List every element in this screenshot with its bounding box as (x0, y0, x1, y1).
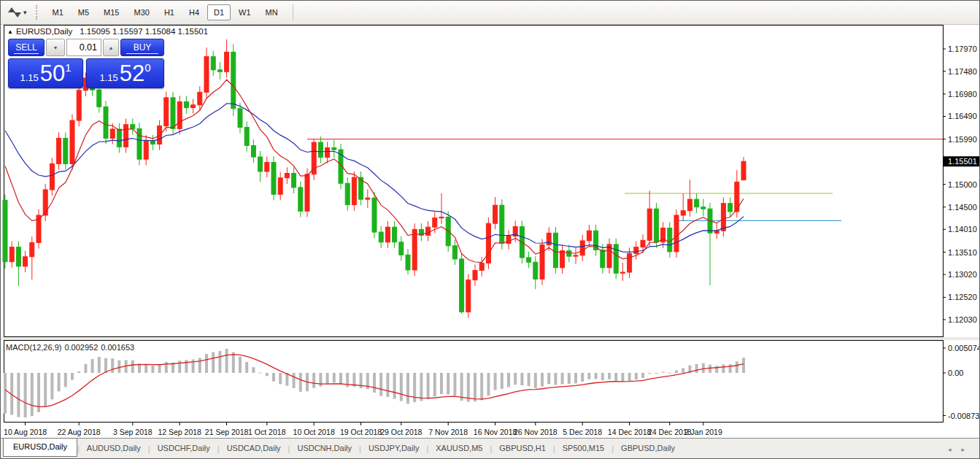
volume-input[interactable]: 0.01 (66, 39, 101, 56)
trading-terminal-window: ▾ M1M5M15M30H1H4D1W1MN 1.179701.174801.1… (0, 0, 980, 459)
buy-button[interactable]: BUY (120, 39, 164, 56)
tab-scroll-arrows[interactable]: ◂▸ (948, 446, 975, 453)
volume-decrease-button[interactable]: ▼ (46, 39, 65, 56)
timeframe-button-m30[interactable]: M30 (128, 4, 156, 20)
chart-tab-bar: EURUSD,Daily|AUDUSD,Daily|USDCHF,Daily|U… (1, 438, 979, 458)
svg-text:1.16980: 1.16980 (948, 90, 977, 99)
tab-usdjpy-daily[interactable]: USDJPY,Daily (361, 440, 427, 457)
tab-sp500-m15[interactable]: SP500,M15 (555, 440, 611, 457)
trade-widget-controls: SELL ▼ 0.01 ▲ BUY (8, 39, 164, 56)
down-arrow-glyph (14, 12, 21, 18)
svg-text:0.005074: 0.005074 (948, 344, 980, 352)
timeframes-toolbar-icon[interactable] (7, 6, 22, 19)
svg-text:3 Sep 2018: 3 Sep 2018 (113, 428, 153, 436)
svg-text:0.00: 0.00 (948, 369, 963, 377)
toolbar: ▾ M1M5M15M30H1H4D1W1MN (1, 1, 979, 25)
sell-price-pips: 50 (40, 62, 65, 85)
collapse-icon[interactable]: ▲ (7, 28, 13, 35)
svg-text:2 Jan 2019: 2 Jan 2019 (684, 428, 722, 436)
timeframe-button-d1[interactable]: D1 (207, 4, 231, 20)
chart-title: ▲EURUSD,Daily1.15095 1.15597 1.15084 1.1… (7, 27, 208, 36)
tab-audusd-daily[interactable]: AUDUSD,Daily (80, 440, 148, 457)
tab-gbpusd-h1[interactable]: GBPUSD,H1 (492, 440, 553, 457)
svg-text:21 Sep 2018: 21 Sep 2018 (205, 428, 249, 436)
buy-price-point: 0 (144, 61, 150, 74)
tab-usdchf-daily[interactable]: USDCHF,Daily (150, 440, 217, 457)
sell-price-point: 1 (65, 61, 71, 74)
timeframe-button-group: M1M5M15M30H1H4D1W1MN (45, 4, 285, 20)
toolbar-separator (293, 4, 293, 20)
sell-price-box[interactable]: 1.15 50 1 (8, 58, 83, 88)
tab-eurusd-daily[interactable]: EURUSD,Daily (3, 438, 77, 457)
timeframe-button-m5[interactable]: M5 (72, 4, 96, 20)
tab-usdcad-daily[interactable]: USDCAD,Daily (220, 440, 288, 457)
buy-price-box[interactable]: 1.15 52 0 (86, 58, 164, 88)
timeframe-button-w1[interactable]: W1 (232, 4, 258, 20)
volume-increase-button[interactable]: ▲ (103, 39, 119, 56)
up-arrow-glyph (8, 7, 15, 12)
timeframe-button-m1[interactable]: M1 (46, 4, 70, 20)
svg-text:1.15501: 1.15501 (948, 157, 977, 166)
tab-gbpusd-daily[interactable]: GBPUSD,Daily (614, 440, 682, 457)
svg-text:1.17970: 1.17970 (948, 45, 977, 53)
svg-text:1.12520: 1.12520 (948, 293, 977, 301)
tab-xauusd-m5[interactable]: XAUUSD,M5 (428, 440, 490, 457)
svg-text:1.13020: 1.13020 (948, 270, 977, 279)
svg-text:16 Nov 2018: 16 Nov 2018 (474, 428, 517, 436)
buy-price-prefix: 1.15 (99, 72, 117, 83)
svg-text:1.14500: 1.14500 (948, 203, 977, 212)
timeframe-button-h1[interactable]: H1 (158, 4, 181, 20)
tab-usdcnh-daily[interactable]: USDCNH,Daily (290, 440, 359, 457)
svg-text:19 Oct 2018: 19 Oct 2018 (340, 428, 382, 436)
buy-price-pips: 52 (120, 62, 144, 85)
toolbar-dropdown-caret-icon[interactable]: ▾ (23, 9, 27, 16)
svg-text:-0.00873: -0.00873 (948, 412, 979, 420)
svg-text:1.13510: 1.13510 (948, 248, 977, 257)
svg-text:26 Nov 2018: 26 Nov 2018 (514, 428, 557, 436)
current-price-badge: 1.15501 (944, 156, 980, 166)
svg-text:12 Sep 2018: 12 Sep 2018 (158, 428, 201, 436)
toolbar-grip[interactable] (36, 5, 39, 20)
svg-text:1.12030: 1.12030 (948, 315, 977, 324)
timeframe-button-m15[interactable]: M15 (97, 4, 126, 20)
svg-text:1.14010: 1.14010 (948, 225, 977, 234)
macd-signal-value: 0.001653 (101, 343, 134, 352)
svg-text:5 Dec 2018: 5 Dec 2018 (563, 428, 602, 436)
chart-window: 1.179701.174801.169801.164901.159901.150… (1, 25, 980, 439)
timeframe-button-mn[interactable]: MN (259, 4, 285, 20)
sell-button[interactable]: SELL (8, 39, 45, 56)
svg-text:14 Dec 2018: 14 Dec 2018 (608, 428, 652, 436)
chart-ohlc-values: 1.15095 1.15597 1.15084 1.15501 (80, 27, 208, 36)
svg-text:22 Aug 2018: 22 Aug 2018 (58, 428, 101, 436)
svg-text:1.15990: 1.15990 (948, 135, 977, 144)
sell-price-prefix: 1.15 (20, 72, 38, 83)
one-click-trade-widget: SELL ▼ 0.01 ▲ BUY 1.15 50 1 1.15 52 0 (8, 39, 164, 88)
macd-name: MACD(12,26,9) (6, 343, 61, 352)
svg-text:1.15000: 1.15000 (948, 180, 977, 189)
svg-text:1.16490: 1.16490 (948, 112, 977, 120)
svg-text:1 Oct 2018: 1 Oct 2018 (248, 428, 286, 436)
svg-text:1.17480: 1.17480 (948, 67, 977, 76)
svg-text:10 Oct 2018: 10 Oct 2018 (293, 428, 335, 436)
timeframe-button-h4[interactable]: H4 (182, 4, 206, 20)
trade-widget-prices: 1.15 50 1 1.15 52 0 (8, 58, 164, 88)
chart-symbol-label: EURUSD,Daily (16, 27, 72, 36)
macd-indicator-label: MACD(12,26,9)0.0029520.001653 (6, 343, 137, 352)
svg-text:29 Oct 2018: 29 Oct 2018 (380, 428, 422, 436)
macd-main-value: 0.002952 (64, 343, 98, 352)
svg-text:10 Aug 2018: 10 Aug 2018 (4, 428, 47, 436)
svg-text:7 Nov 2018: 7 Nov 2018 (428, 428, 468, 436)
